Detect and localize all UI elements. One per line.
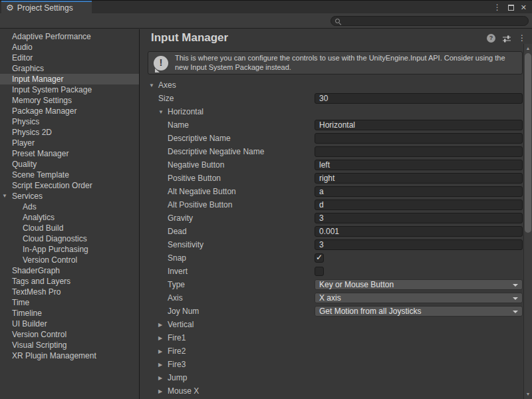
sidebar-item-label: Version Control	[12, 330, 66, 339]
dropdown-value: Key or Mouse Button	[319, 280, 394, 289]
sidebar-item-visual-scripting[interactable]: Visual Scripting	[0, 340, 139, 350]
property-row-sensitivity: Sensitivity3	[140, 238, 523, 251]
sidebar-item-tags-and-layers[interactable]: Tags and Layers	[0, 276, 139, 287]
scroll-down-icon[interactable]: ▼	[524, 392, 532, 396]
sidebar-item-input-manager[interactable]: Input Manager	[0, 74, 139, 84]
sidebar-item-package-manager[interactable]: Package Manager	[0, 106, 139, 116]
text-field-alt-negative-button[interactable]: a	[315, 186, 523, 197]
sidebar-item-timeline[interactable]: Timeline	[0, 308, 139, 319]
sidebar-item-label: Timeline	[12, 309, 42, 318]
vertical-scrollbar[interactable]: ▲ ▼	[523, 44, 532, 399]
dropdown-joy-num[interactable]: Get Motion from all Joysticks	[315, 306, 523, 317]
sidebar-item-memory-settings[interactable]: Memory Settings	[0, 95, 139, 106]
sidebar-item-script-execution-order[interactable]: Script Execution Order	[0, 180, 139, 191]
property-label: Descriptive Negative Name	[168, 147, 264, 156]
dropdown-axis[interactable]: X axis	[315, 293, 523, 303]
property-label: Descriptive Name	[168, 134, 231, 143]
presets-icon[interactable]	[502, 35, 511, 43]
scroll-up-icon[interactable]: ▲	[524, 46, 532, 51]
gear-icon: ⚙	[6, 3, 14, 13]
text-field-size[interactable]: 30	[315, 93, 523, 104]
property-row-horizontal: ▼Horizontal	[140, 105, 523, 118]
info-message: This is where you can configure the cont…	[175, 54, 517, 72]
sidebar-item-shadergraph[interactable]: ShaderGraph	[0, 265, 139, 276]
foldout-closed-icon[interactable]: ▶	[158, 375, 168, 381]
foldout-open-icon[interactable]: ▼	[2, 191, 7, 201]
text-field-alt-positive-button[interactable]: d	[315, 200, 523, 210]
property-label: Axis	[168, 293, 183, 303]
sidebar-item-ui-builder[interactable]: UI Builder	[0, 319, 139, 329]
sidebar-item-label: Input Manager	[12, 74, 63, 84]
property-row-type: TypeKey or Mouse Button	[140, 278, 523, 291]
sidebar-item-audio[interactable]: Audio	[0, 42, 139, 53]
property-label: Size	[158, 94, 174, 103]
help-icon[interactable]: ?	[487, 34, 495, 43]
sidebar-item-cloud-diagnostics[interactable]: Cloud Diagnostics	[0, 233, 139, 244]
property-label: Positive Button	[168, 174, 221, 183]
sidebar-item-version-control[interactable]: Version Control	[0, 329, 139, 340]
search-icon	[335, 19, 341, 25]
sidebar-item-xr-plugin-management[interactable]: XR Plugin Management	[0, 350, 139, 361]
sidebar-item-version-control[interactable]: Version Control	[0, 255, 139, 265]
sidebar-item-label: Audio	[12, 43, 33, 52]
text-field-sensitivity[interactable]: 3	[315, 239, 523, 250]
sidebar-item-label: Memory Settings	[12, 96, 72, 105]
scrollbar-thumb[interactable]	[525, 53, 531, 233]
search-box[interactable]	[331, 16, 529, 26]
maximize-icon[interactable]	[508, 5, 514, 11]
sidebar-item-adaptive-performance[interactable]: Adaptive Performance	[0, 31, 139, 42]
property-row-negative-button: Negative Buttonleft	[140, 158, 523, 172]
sidebar-item-label: Version Control	[23, 255, 77, 265]
text-field-name[interactable]: Horizontal	[315, 120, 523, 130]
foldout-closed-icon[interactable]: ▶	[158, 335, 168, 341]
text-field-gravity[interactable]: 3	[315, 213, 523, 223]
property-label: Fire2	[168, 346, 186, 356]
sidebar-item-editor[interactable]: Editor	[0, 53, 139, 63]
sidebar-item-physics[interactable]: Physics	[0, 116, 139, 127]
foldout-open-icon[interactable]: ▼	[149, 82, 158, 88]
property-row-joy-num: Joy NumGet Motion from all Joysticks	[140, 305, 523, 318]
text-field-dead[interactable]: 0.001	[315, 226, 523, 237]
sidebar-item-scene-template[interactable]: Scene Template	[0, 170, 139, 180]
chevron-down-icon	[513, 297, 518, 300]
sidebar-item-label: Ads	[23, 202, 37, 211]
text-field-positive-button[interactable]: right	[315, 173, 523, 184]
sidebar-item-label: Editor	[12, 53, 33, 63]
checkbox-snap[interactable]: ✓	[315, 253, 324, 263]
sidebar-item-analytics[interactable]: Analytics	[0, 212, 139, 223]
sidebar-item-textmesh-pro[interactable]: TextMesh Pro	[0, 287, 139, 297]
foldout-closed-icon[interactable]: ▶	[158, 322, 168, 328]
foldout-closed-icon[interactable]: ▶	[158, 362, 168, 368]
check-icon: ✓	[316, 253, 323, 262]
sidebar-item-graphics[interactable]: Graphics	[0, 63, 139, 74]
sidebar-item-ads[interactable]: Ads	[0, 201, 139, 212]
sidebar-item-label: Cloud Diagnostics	[23, 234, 87, 243]
foldout-closed-icon[interactable]: ▶	[158, 348, 168, 354]
sidebar-item-services[interactable]: ▼Services	[0, 191, 139, 201]
text-field-descriptive-negative-name[interactable]	[315, 146, 523, 157]
sidebar-item-in-app-purchasing[interactable]: In-App Purchasing	[0, 244, 139, 255]
property-label: Sensitivity	[168, 240, 203, 249]
window-controls: ⋮ ✕	[493, 1, 527, 13]
tab-project-settings[interactable]: ⚙ Project Settings	[1, 1, 92, 14]
text-field-descriptive-name[interactable]	[315, 133, 523, 144]
dropdown-type[interactable]: Key or Mouse Button	[315, 279, 523, 290]
dropdown-value: X axis	[319, 293, 341, 303]
sidebar-item-preset-manager[interactable]: Preset Manager	[0, 148, 139, 159]
sidebar-item-player[interactable]: Player	[0, 138, 139, 148]
sidebar-item-input-system-package[interactable]: Input System Package	[0, 84, 139, 95]
checkbox-invert[interactable]	[315, 267, 324, 276]
foldout-closed-icon[interactable]: ▶	[158, 388, 168, 394]
more-options-icon[interactable]: ⋮	[518, 34, 526, 43]
sidebar-item-cloud-build[interactable]: Cloud Build	[0, 223, 139, 233]
close-icon[interactable]: ✕	[521, 3, 527, 12]
sidebar-item-label: Physics	[12, 117, 39, 126]
text-field-negative-button[interactable]: left	[315, 160, 523, 170]
sidebar-item-physics-2d[interactable]: Physics 2D	[0, 127, 139, 138]
property-label: Joy Num	[168, 307, 199, 316]
foldout-open-icon[interactable]: ▼	[158, 109, 168, 115]
sidebar-item-time[interactable]: Time	[0, 297, 139, 308]
search-input[interactable]	[343, 17, 523, 25]
window-menu-icon[interactable]: ⋮	[493, 3, 501, 12]
sidebar-item-quality[interactable]: Quality	[0, 159, 139, 170]
